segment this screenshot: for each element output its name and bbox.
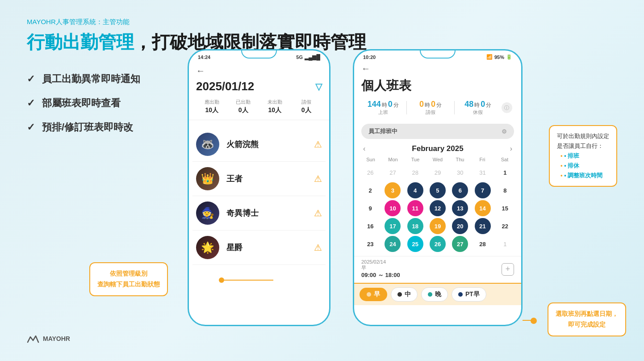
stat-work-label: 上班 — [363, 109, 403, 116]
cal-day[interactable]: 31 — [475, 164, 491, 180]
right-back-arrow: ← — [361, 63, 370, 73]
cal-day[interactable]: 21 — [475, 218, 491, 234]
wifi-icon: 📶 — [486, 54, 493, 60]
info-icon[interactable]: ⓘ — [502, 102, 512, 113]
left-phone-nav: ← — [189, 62, 329, 80]
pill-dot-pt — [458, 292, 463, 297]
cal-day[interactable]: 11 — [407, 200, 423, 216]
emp-avatar-icon-3: 🧙 — [201, 207, 214, 219]
employee-list: 🦝 火箭浣熊 ⚠ 👑 王者 ⚠ 🧙 — [189, 127, 329, 265]
employee-row-1[interactable]: 🦝 火箭浣熊 ⚠ — [192, 127, 326, 162]
cal-day[interactable]: 28 — [407, 164, 423, 180]
cal-day[interactable]: 9 — [362, 200, 378, 216]
left-status-signal: 5G ▂▄▆█ — [296, 54, 320, 60]
cal-day[interactable]: 1 — [497, 164, 513, 180]
stat-divider-1 — [406, 101, 407, 114]
stat-rest: 48 時 0 分 休假 — [458, 100, 498, 116]
cal-day[interactable]: 20 — [452, 218, 468, 234]
shift-pill-mid[interactable]: 中 — [391, 287, 418, 302]
callout-rt-item-1: • 排班 — [560, 151, 609, 161]
cal-day[interactable]: 3 — [385, 182, 401, 198]
stat-divider-2 — [454, 101, 455, 114]
header-subtitle: MAYOHR人事管理系統：主管功能 — [27, 18, 617, 26]
cal-day[interactable]: 12 — [430, 200, 446, 216]
emp-name-3: 奇異博士 — [226, 208, 307, 218]
cal-day[interactable]: 17 — [385, 218, 401, 234]
callout-rb-dot — [531, 318, 537, 324]
cal-next-arrow[interactable]: › — [510, 145, 512, 153]
stat-work-num: 144 — [368, 100, 381, 109]
battery-label: 95% — [494, 55, 504, 60]
stat-work: 144 時 0 分 上班 — [363, 100, 403, 116]
shift-period-label: 早 — [361, 264, 400, 271]
cal-day[interactable]: 6 — [452, 182, 468, 198]
cal-day[interactable]: 23 — [362, 236, 378, 252]
plus-button[interactable]: + — [502, 263, 514, 276]
right-status-right: 📶 95% 🔋 — [486, 54, 512, 60]
callout-rt-list: • 排班 • 排休 • 調整班次時間 — [557, 151, 609, 180]
header-title: 行動出勤管理，打破地域限制落實即時管理 — [27, 30, 617, 55]
employee-row-3[interactable]: 🧙 奇異博士 ⚠ — [192, 196, 326, 231]
logo: MAYOHR — [27, 334, 70, 343]
callout-dot — [219, 277, 224, 283]
cal-day[interactable]: 22 — [497, 218, 513, 234]
cal-day[interactable]: 29 — [430, 164, 446, 180]
right-status-time: 10:20 — [363, 55, 376, 60]
employee-row-4[interactable]: 🌟 星爵 ⚠ — [192, 231, 326, 265]
stat-leave: 0 時 0 分 請假 — [410, 100, 450, 116]
cal-day[interactable]: 26 — [362, 164, 378, 180]
cal-day[interactable]: 25 — [407, 236, 423, 252]
check-icon-3: ✓ — [27, 122, 35, 133]
cal-day[interactable]: 5 — [430, 182, 446, 198]
cal-day[interactable]: 8 — [497, 182, 513, 198]
logo-text: MAYOHR — [43, 335, 70, 342]
shift-pill-night[interactable]: 晚 — [421, 287, 448, 302]
cal-day[interactable]: 16 — [362, 218, 378, 234]
shift-pill-morning[interactable]: 早 — [360, 288, 387, 301]
employee-row-2[interactable]: 👑 王者 ⚠ — [192, 162, 326, 196]
calendar: ‹ February 2025 › Sun Mon Tue Wed Thu Fr… — [354, 143, 521, 252]
cal-day[interactable]: 24 — [385, 236, 401, 252]
callout-right-top: 可於出勤規則內設定 是否讓員工自行： • 排班 • 排休 • 調整班次時間 — [549, 125, 617, 187]
shift-date-label: 2025/02/14 — [361, 259, 400, 264]
cal-day[interactable]: 30 — [452, 164, 468, 180]
cal-weekdays: Sun Mon Tue Wed Thu Fri Sat — [360, 157, 516, 162]
cal-day[interactable]: 4 — [407, 182, 423, 198]
callout-rt-line2: 是否讓員工自行： — [557, 141, 609, 151]
cal-day[interactable]: 14 — [475, 200, 491, 216]
cal-day[interactable]: 27 — [452, 236, 468, 252]
cal-day[interactable]: 26 — [430, 236, 446, 252]
emp-name-1: 火箭浣熊 — [226, 139, 307, 150]
cal-day[interactable]: 18 — [407, 218, 423, 234]
pill-dot-night — [428, 292, 432, 297]
stat-attended: 已出勤 0人 — [228, 99, 259, 114]
shift-pills-row: 早 中 晚 PT早 — [354, 283, 521, 305]
callout-right-bottom: 選取班別再點選日期， 即可完成設定 — [548, 302, 626, 336]
shift-pill-pt[interactable]: PT早 — [452, 287, 486, 302]
title-highlight: 行動出勤管理 — [27, 32, 134, 52]
right-phone: 10:20 📶 95% 🔋 ← 個人班表 144 時 0 分 — [353, 49, 523, 326]
schedule-type-label: 員工排班中 — [368, 127, 397, 135]
cal-day[interactable]: 1 — [497, 236, 513, 252]
callout-rt-line1: 可於出勤規則內設定 — [557, 131, 609, 141]
cal-day[interactable]: 13 — [452, 200, 468, 216]
battery-icon: 🔋 — [506, 54, 512, 60]
stat-leave: 請假 0人 — [291, 99, 322, 114]
emp-avatar-3: 🧙 — [196, 201, 219, 225]
cal-day[interactable]: 15 — [497, 200, 513, 216]
check-icon-1: ✓ — [27, 73, 35, 85]
cal-prev-arrow[interactable]: ‹ — [363, 145, 365, 153]
emp-avatar-icon-2: 👑 — [201, 172, 214, 185]
stat-should-attend: 應出勤 10人 — [196, 99, 228, 114]
right-phone-notch — [420, 50, 456, 59]
filter-icon[interactable]: ▽ — [315, 81, 322, 92]
cal-day[interactable]: 7 — [475, 182, 491, 198]
cal-day[interactable]: 27 — [385, 164, 401, 180]
cal-day[interactable]: 10 — [385, 200, 401, 216]
cal-day[interactable]: 19 — [430, 218, 446, 234]
cal-day[interactable]: 2 — [362, 182, 378, 198]
left-status-time: 14:24 — [198, 55, 210, 60]
cal-day[interactable]: 28 — [475, 236, 491, 252]
right-phone-back: ← — [354, 62, 521, 76]
cal-grid: 26 27 28 29 30 31 1 2 3 4 5 6 7 8 9 10 1… — [360, 164, 516, 252]
